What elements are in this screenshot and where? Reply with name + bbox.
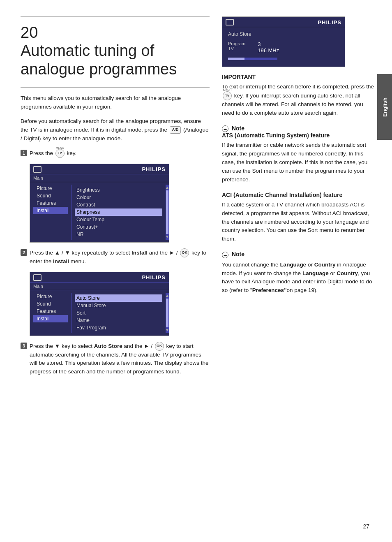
note-2-title: ACI (Automatic Channel Installation) fea… <box>222 192 376 198</box>
step-3: 3 Press the ▼ key to select Auto Store a… <box>21 342 210 377</box>
intro-paragraph-1: This menu allows you to automatically se… <box>21 94 210 111</box>
ok-key-step2: OK <box>180 248 189 257</box>
menu1-body: Picture Sound Features Install Brightnes… <box>30 182 169 242</box>
note-1-icon: ➨ <box>222 125 228 132</box>
menu-header-1: PHILIPS <box>30 164 169 174</box>
note-3-icon: ➨ <box>222 252 228 258</box>
menu2-left: Picture Sound Features Install <box>30 293 71 333</box>
auto-store-body: Auto Store Program TV 3 196 MHz <box>222 27 345 67</box>
program-value: 3 <box>258 41 279 47</box>
step-2-text: Press the ▲ / ▼ key repeatedly to select… <box>30 248 210 266</box>
menu-box-1: PHILIPS Main Picture Sound Features Inst… <box>30 164 169 243</box>
note-2-text: If a cable system or a TV channel which … <box>222 201 376 244</box>
tv-icon-1 <box>33 166 42 173</box>
menu2-name[interactable]: Name <box>75 317 162 324</box>
menu2-fav-program[interactable]: Fav. Program <box>75 324 162 331</box>
step-3-text: Press the ▼ key to select Auto Store and… <box>30 342 210 377</box>
menu2-body: Picture Sound Features Install Auto Stor… <box>30 290 169 336</box>
menu1-right: Brightness Colour Contrast Sharpness Col… <box>71 185 166 240</box>
left-rule <box>21 87 210 88</box>
page-number: 27 <box>363 523 369 530</box>
scroll-down-2[interactable]: ▼ <box>165 328 169 332</box>
menu1-main-label: Main <box>30 174 169 182</box>
language-label: English <box>382 97 388 117</box>
menu2-main-label: Main <box>30 283 169 290</box>
tv-label: TV <box>228 46 245 51</box>
chapter-heading: 20 Automatic tuning of analogue programm… <box>21 24 210 79</box>
main-content: 20 Automatic tuning of analogue programm… <box>0 0 392 398</box>
chapter-title: Automatic tuning of analogue programmes <box>21 42 210 79</box>
auto-store-header: PHILIPS <box>222 17 345 27</box>
scroll-thumb-1 <box>166 190 168 234</box>
menu1-contrast-plus[interactable]: Contrast+ <box>75 223 162 231</box>
philips-label-1: PHILIPS <box>142 166 166 172</box>
note-2: ACI (Automatic Channel Installation) fea… <box>222 192 376 244</box>
auto-store-left-info: Program TV <box>228 41 245 53</box>
menu1-contrast[interactable]: Contrast <box>75 201 162 208</box>
menu2-install[interactable]: Install <box>33 315 68 322</box>
menu2-scrollbar[interactable]: ▲ ▼ <box>166 293 169 333</box>
scroll-down-1[interactable]: ▼ <box>165 235 169 239</box>
menu1-scrollbar[interactable]: ▲ ▼ <box>166 185 169 240</box>
menu1-colour[interactable]: Colour <box>75 194 162 201</box>
menu1-colour-temp[interactable]: Colour Temp <box>75 216 162 223</box>
note-1-header: ➨ Note <box>222 125 376 132</box>
menu1-nr[interactable]: NR <box>75 231 162 238</box>
intro-paragraph-2: Before you automatically search for all … <box>21 117 210 143</box>
menu2-sort[interactable]: Sort <box>75 309 162 317</box>
menu1-features[interactable]: Features <box>33 199 68 207</box>
menu-box-2: PHILIPS Main Picture Sound Features Inst… <box>30 272 169 336</box>
progress-bar-fill <box>228 58 244 60</box>
note-3-header: ➨ Note <box>222 251 376 258</box>
auto-store-right-info: 3 196 MHz <box>258 41 279 53</box>
scroll-up-1[interactable]: ▲ <box>165 185 169 190</box>
menu2-manual-store[interactable]: Manual Store <box>75 302 162 309</box>
important-title: IMPORTANT <box>222 74 376 80</box>
menu2-right: Auto Store Manual Store Sort Name Fav. P… <box>71 293 166 333</box>
progress-bar-background <box>228 58 277 60</box>
menu1-install[interactable]: Install <box>33 207 68 214</box>
page: English 20 Automatic tuning of analogue … <box>0 0 392 542</box>
philips-label-auto-store: PHILIPS <box>318 19 341 25</box>
auto-store-info: Program TV 3 196 MHz <box>228 41 339 53</box>
step-1-text: Press the MENU TV key. <box>30 149 76 158</box>
step-1: 1 Press the MENU TV key. <box>21 149 210 158</box>
menu1-picture[interactable]: Picture <box>33 185 68 192</box>
step-2-num: 2 <box>21 249 27 256</box>
program-label: Program <box>228 41 245 46</box>
menu2-picture[interactable]: Picture <box>33 293 68 300</box>
menu1-brightness[interactable]: Brightness <box>75 186 162 194</box>
note-3-label: Note <box>232 251 244 257</box>
scroll-up-2[interactable]: ▲ <box>165 294 169 298</box>
top-rule <box>21 16 210 17</box>
tv-icon-2 <box>33 274 42 281</box>
menu1-left: Picture Sound Features Install <box>30 185 71 240</box>
right-column: PHILIPS Auto Store Program TV 3 196 MHz <box>222 16 376 382</box>
menu1-sharpness[interactable]: Sharpness <box>75 208 162 216</box>
tv-value: 196 MHz <box>258 47 279 53</box>
menu-header-2: PHILIPS <box>30 272 169 283</box>
note-1-title: ATS (Automatic Tuning System) feature <box>222 132 376 139</box>
left-column: 20 Automatic tuning of analogue programm… <box>21 16 210 382</box>
step-1-num: 1 <box>21 150 27 156</box>
auto-store-section: Auto Store <box>228 31 339 37</box>
language-tab: English <box>377 74 392 140</box>
step-2: 2 Press the ▲ / ▼ key repeatedly to sele… <box>21 248 210 266</box>
note-3: ➨ Note You cannot change the Language or… <box>222 251 376 295</box>
note-3-text: You cannot change the Language or Countr… <box>222 261 376 295</box>
tv-key-important: MENU TV <box>223 91 232 100</box>
auto-store-box: PHILIPS Auto Store Program TV 3 196 MHz <box>222 16 345 67</box>
chapter-number: 20 <box>21 24 38 41</box>
menu2-auto-store[interactable]: Auto Store <box>75 294 162 302</box>
note-1-label: Note <box>232 125 244 132</box>
ad-key: A/D <box>170 126 181 134</box>
scroll-thumb-2 <box>166 299 168 327</box>
step-3-num: 3 <box>21 343 27 349</box>
important-block: IMPORTANT To exit or interrupt the searc… <box>222 74 376 118</box>
menu1-sound[interactable]: Sound <box>33 192 68 199</box>
menu2-features[interactable]: Features <box>33 308 68 315</box>
menu2-sound[interactable]: Sound <box>33 300 68 308</box>
note-1: ➨ Note ATS (Automatic Tuning System) fea… <box>222 125 376 184</box>
ok-key-step3: OK <box>155 342 164 351</box>
tv-key-step1: MENU TV <box>55 149 65 158</box>
